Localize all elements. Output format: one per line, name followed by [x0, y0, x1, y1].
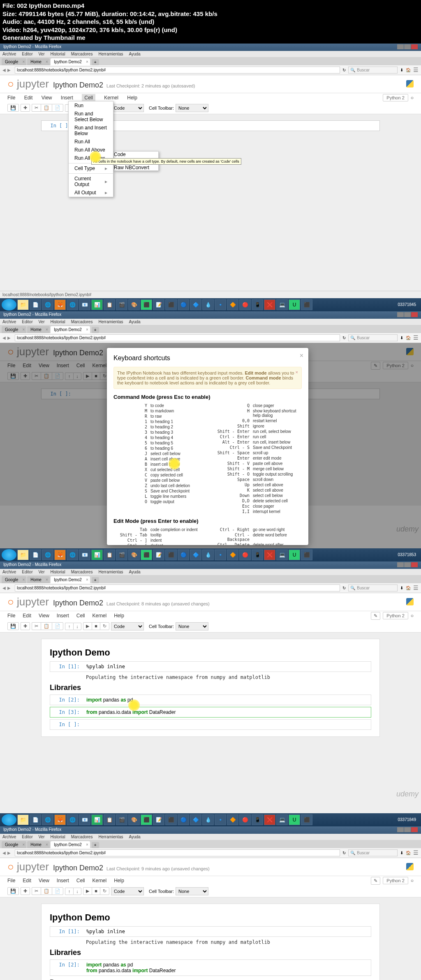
- taskbar-item[interactable]: ❌: [264, 299, 275, 310]
- browser-menubar[interactable]: ArchiveEditorVerHistorialMarcadoresHerra…: [0, 319, 421, 325]
- home-icon[interactable]: 🏠: [406, 68, 411, 72]
- url-bar: ◀▶ ↻ 🔍Buscar ⬇ 🏠 ☰: [0, 65, 421, 75]
- taskbar-item[interactable]: 📱: [252, 299, 263, 310]
- start-button[interactable]: [2, 299, 16, 311]
- taskbar-item[interactable]: 📄: [30, 299, 41, 310]
- meta-line: Size: 47991146 bytes (45.77 MiB), durati…: [2, 10, 419, 18]
- tab-home[interactable]: Home×: [27, 326, 50, 333]
- nav-arrows[interactable]: ◀▶: [2, 68, 12, 72]
- shortcut-row: Ainsert cell above: [113, 457, 199, 461]
- paste-button[interactable]: 📄: [52, 104, 63, 112]
- cell-input[interactable]: [74, 121, 379, 131]
- browser-tabs: Google× Home× Ipython Demo2× +: [0, 57, 421, 65]
- tab-google[interactable]: Google×: [2, 58, 26, 65]
- submenu-raw[interactable]: Raw NBConvert: [114, 165, 158, 170]
- url-input[interactable]: [15, 334, 340, 341]
- taskbar-item[interactable]: ⬛: [141, 299, 152, 310]
- menu-run[interactable]: Run: [69, 101, 113, 110]
- new-tab-button[interactable]: +: [92, 327, 99, 333]
- cut-button[interactable]: ✂: [32, 104, 41, 112]
- menu-insert[interactable]: Insert: [61, 95, 73, 101]
- reload-icon[interactable]: ↻: [342, 68, 346, 72]
- save-button[interactable]: 💾: [7, 104, 19, 112]
- menu-help[interactable]: Help: [127, 95, 137, 101]
- heading-2: Libraries: [50, 683, 371, 692]
- code-cell-selected[interactable]: In [3]:from pandas.io.data import DataRe…: [50, 707, 371, 718]
- search-box[interactable]: 🔍Buscar: [348, 67, 398, 74]
- taskbar-item[interactable]: 📝: [153, 299, 164, 310]
- taskbar-item[interactable]: ⬛: [301, 299, 312, 310]
- taskbar-item[interactable]: 🎨: [128, 299, 140, 310]
- shortcuts-modal: × Keyboard shortcuts × The IPython Noteb…: [107, 348, 308, 545]
- new-tab-button[interactable]: +: [92, 59, 99, 65]
- window-buttons[interactable]: [397, 44, 418, 50]
- shortcut-row: Downselect cell below: [216, 493, 302, 498]
- taskbar-item[interactable]: 💧: [202, 299, 214, 310]
- url-input[interactable]: [15, 67, 340, 74]
- celltype-tooltip: All cells in the notebook have a cell ty…: [91, 158, 241, 165]
- taskbar-item[interactable]: 🌐: [67, 299, 78, 310]
- taskbar-item[interactable]: 🔶: [227, 299, 238, 310]
- tab-notebook[interactable]: Ipython Demo2×: [51, 58, 90, 65]
- menu-cell-type[interactable]: Cell Type▸: [69, 164, 113, 173]
- add-cell-button[interactable]: ✚: [21, 104, 30, 112]
- shortcut-row: Upselect cell above: [216, 483, 302, 487]
- submenu-code[interactable]: Code: [114, 152, 158, 157]
- heading-1: Ipython Demo: [50, 647, 371, 658]
- browser-menubar[interactable]: ArchiveEditorVerHistorialMarcadoresHerra…: [0, 51, 421, 57]
- taskbar-item[interactable]: 📁: [17, 299, 29, 310]
- taskbar-item[interactable]: 📋: [104, 299, 115, 310]
- menu-view[interactable]: View: [42, 95, 52, 101]
- tab-google[interactable]: Google×: [2, 326, 26, 333]
- taskbar-item[interactable]: 🦊: [54, 299, 66, 310]
- frame-1: Ipython Demo2 - Mozilla Firefox ArchiveE…: [0, 44, 421, 311]
- jupyter-logo[interactable]: ○ jupyter: [7, 78, 49, 90]
- frame-2: Ipython Demo2 - Mozilla Firefox ArchiveE…: [0, 311, 421, 561]
- taskbar-item[interactable]: 🔵: [178, 299, 189, 310]
- close-icon[interactable]: ×: [46, 60, 48, 64]
- taskbar-item[interactable]: 🎬: [116, 299, 127, 310]
- menu-run-insert-below[interactable]: Run and Insert Below: [69, 124, 113, 138]
- alert-close-icon[interactable]: ×: [296, 370, 298, 375]
- window-titlebar: Ipython Demo2 - Mozilla Firefox: [0, 311, 421, 319]
- menu-file[interactable]: File: [7, 95, 15, 101]
- close-icon[interactable]: ×: [22, 60, 25, 64]
- menu-run-select-below[interactable]: Run and Select Below: [69, 110, 113, 124]
- download-icon[interactable]: ⬇: [400, 68, 403, 72]
- celltoolbar-select[interactable]: None: [176, 104, 208, 112]
- code-cell[interactable]: In [ ]:: [50, 719, 371, 730]
- close-icon[interactable]: ×: [300, 352, 303, 359]
- hamburger-icon[interactable]: ☰: [413, 67, 419, 73]
- taskbar-item[interactable]: ⬛: [165, 299, 177, 310]
- tab-notebook[interactable]: Ipython Demo2×: [51, 326, 90, 333]
- taskbar-item[interactable]: 📧: [79, 299, 90, 310]
- shortcut-row: Otoggle output: [113, 499, 199, 504]
- menu-edit[interactable]: Edit: [24, 95, 33, 101]
- menu-all-output[interactable]: All Output▸: [69, 189, 113, 197]
- search-icon: 🔍: [350, 68, 355, 72]
- cell-menu-dropdown: Run Run and Select Below Run and Insert …: [68, 101, 113, 197]
- copy-button[interactable]: 📋: [41, 104, 52, 112]
- taskbar-item[interactable]: U: [289, 299, 300, 310]
- taskbar-item[interactable]: 🔴: [239, 299, 251, 310]
- close-icon[interactable]: ×: [86, 60, 88, 64]
- shortcut-row: I,Iinterrupt kernel: [216, 509, 302, 514]
- taskbar-item[interactable]: 💻: [276, 299, 288, 310]
- celltype-select[interactable]: Code: [111, 104, 144, 112]
- tab-home[interactable]: Home×: [27, 58, 50, 65]
- code-cell[interactable]: In [1]:%pylab inline: [50, 661, 371, 672]
- menu-run-all[interactable]: Run All: [69, 138, 113, 146]
- code-cell[interactable]: In [2]:import pandas as pd: [50, 695, 371, 705]
- menu-kernel[interactable]: Kernel: [104, 95, 118, 101]
- taskbar-item[interactable]: 🌐: [42, 299, 53, 310]
- taskbar-item[interactable]: 🔷: [190, 299, 201, 310]
- nb-title[interactable]: Ipython Demo2: [53, 81, 103, 90]
- code-cell[interactable]: In [1]:%pylab inline: [50, 926, 371, 937]
- taskbar-item[interactable]: 📊: [91, 299, 103, 310]
- taskbar-item[interactable]: 🔹: [215, 299, 226, 310]
- watermark: udemy: [396, 790, 419, 798]
- shortcut-row: Jselect cell below: [113, 451, 199, 456]
- code-cell[interactable]: In [2]:import pandas as pdfrom pandas.io…: [50, 959, 371, 976]
- menu-cell[interactable]: Cell: [82, 94, 95, 101]
- menu-current-output[interactable]: Current Output▸: [69, 175, 113, 189]
